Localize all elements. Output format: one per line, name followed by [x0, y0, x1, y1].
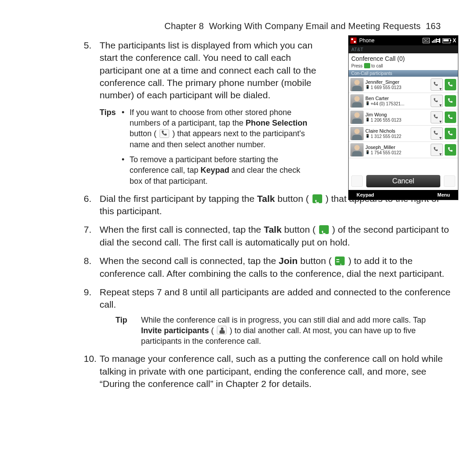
tip-2-text: To remove a participant before starting …	[130, 154, 311, 186]
tip-label: Tip	[115, 315, 141, 347]
softkey-menu[interactable]: Menu	[437, 192, 450, 197]
tips-label: Tips	[100, 107, 122, 118]
phone-screenshot: Phone 3G X AT&T Conference Call (0) Pres…	[348, 35, 458, 200]
tip-1-text: If you want to choose from other stored …	[130, 107, 311, 150]
step-5-tips: Tips • If you want to choose from other …	[100, 107, 311, 186]
step-5-number: 5.	[84, 39, 92, 52]
cancel-button[interactable]: Cancel	[366, 175, 440, 187]
join-icon	[335, 257, 345, 265]
dialer-icon[interactable]	[444, 175, 455, 187]
talk-icon	[312, 194, 322, 203]
participant-name: Joseph_Miller	[365, 145, 429, 150]
step-8-number: 8.	[84, 255, 92, 267]
talk-button[interactable]	[445, 128, 456, 139]
participant-number: 📱1 669 555 0123	[365, 85, 429, 90]
close-icon[interactable]: X	[453, 37, 456, 44]
phone-selection-button[interactable]	[431, 95, 443, 107]
participant-number: 📱1 206 555 0123	[365, 118, 429, 123]
invite-participants-icon	[217, 326, 227, 335]
data-icon: 3G	[423, 38, 430, 43]
avatar	[350, 127, 364, 140]
step-9-text: Repeat steps 7 and 8 until all participa…	[100, 286, 452, 311]
step-5-text: The participants list is displayed from …	[100, 39, 329, 102]
phone-selection-button[interactable]	[431, 78, 443, 91]
call-chip-icon	[364, 63, 370, 68]
participant-name: Jennifer_Singer	[365, 79, 429, 85]
avatar	[350, 111, 364, 124]
chapter-title: Working With Company Email and Meeting R…	[209, 21, 420, 31]
phone-title: Phone	[359, 37, 375, 44]
bullet-icon: •	[122, 154, 130, 165]
participant-info: Jim Wong📱1 206 555 0123	[365, 112, 429, 122]
participant-name: Claire Nichols	[365, 128, 429, 134]
phone-selection-button[interactable]	[431, 111, 443, 123]
conference-subline: Press to call	[349, 63, 458, 70]
avatar	[350, 94, 364, 108]
talk-button[interactable]	[445, 144, 456, 156]
participant-name: Jim Wong	[365, 112, 429, 117]
bullet-icon: •	[122, 107, 130, 118]
start-icon[interactable]	[350, 37, 357, 44]
softkey-bar: Keypad Menu	[349, 190, 458, 200]
conference-header: Conference Call (0)	[349, 53, 458, 63]
talk-button[interactable]	[445, 112, 456, 123]
step-9-tip: Tip While the conference call is in prog…	[100, 315, 441, 347]
step-6-number: 6.	[84, 193, 92, 205]
participant-info: Ben Carter📱+44 (0) 175321...	[365, 96, 429, 106]
participant-number: 📱1 754 555 0122	[365, 150, 429, 155]
step-9-number: 9.	[84, 286, 92, 298]
participant-info: Joseph_Miller📱1 754 555 0122	[365, 145, 429, 155]
step-8-text: When the second call is connected, tap t…	[100, 255, 452, 280]
avatar	[350, 143, 364, 156]
status-icons: 3G X	[423, 37, 456, 44]
speaker-icon[interactable]	[351, 175, 363, 187]
step-7-number: 7.	[84, 223, 92, 236]
step-9: 9. Repeat steps 7 and 8 until all partic…	[84, 286, 441, 347]
participant-number: 📱1 312 555 0122	[365, 134, 429, 139]
page-header: Chapter 8 Working With Company Email and…	[18, 21, 441, 31]
tip-text: While the conference call is in progress…	[141, 315, 441, 347]
carrier-label: AT&T	[349, 45, 458, 53]
participant-row[interactable]: Jennifer_Singer📱1 669 555 0123	[349, 77, 458, 93]
softkey-keypad[interactable]: Keypad	[357, 192, 374, 197]
talk-button[interactable]	[445, 95, 456, 107]
talk-icon	[319, 225, 329, 234]
avatar	[350, 78, 364, 91]
volume-icon	[439, 38, 440, 43]
page-number: 163	[426, 21, 441, 31]
participant-row[interactable]: Jim Wong📱1 206 555 0123	[349, 109, 458, 126]
talk-button[interactable]	[445, 79, 456, 90]
participant-info: Claire Nichols📱1 312 555 0122	[365, 128, 429, 138]
phone-bottom-bar: Cancel	[349, 171, 458, 190]
step-7-text: When the first call is connected, tap th…	[100, 223, 452, 249]
phone-selection-button[interactable]	[431, 127, 443, 140]
step-10-text: To manage your conference call, such as …	[100, 353, 452, 390]
participants-section-label: Con-Call participants	[349, 70, 458, 77]
step-10-number: 10.	[84, 353, 97, 365]
participant-info: Jennifer_Singer📱1 669 555 0123	[365, 79, 429, 89]
battery-icon	[443, 38, 450, 43]
step-7: 7. When the first call is connected, tap…	[84, 223, 441, 249]
participants-list: Jennifer_Singer📱1 669 555 0123Ben Carter…	[349, 77, 458, 158]
phone-selection-icon	[160, 129, 169, 138]
phone-titlebar: Phone 3G X	[349, 36, 458, 45]
participant-row[interactable]: Claire Nichols📱1 312 555 0122	[349, 126, 458, 142]
chapter-label: Chapter 8	[164, 21, 204, 31]
step-8: 8. When the second call is connected, ta…	[84, 255, 441, 280]
phone-selection-button[interactable]	[431, 144, 443, 156]
participant-number: 📱+44 (0) 175321...	[365, 101, 429, 106]
participant-row[interactable]: Joseph_Miller📱1 754 555 0122	[349, 142, 458, 158]
step-10: 10. To manage your conference call, such…	[84, 353, 441, 390]
participant-name: Ben Carter	[365, 96, 429, 101]
participant-row[interactable]: Ben Carter📱+44 (0) 175321...	[349, 93, 458, 109]
